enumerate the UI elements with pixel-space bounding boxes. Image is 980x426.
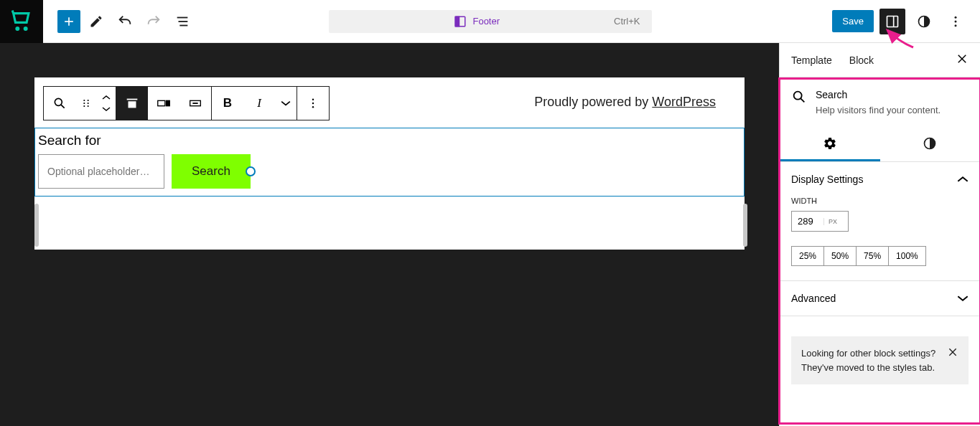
main-area: B I Proudly powered by WordPress Search bbox=[0, 43, 980, 426]
shortcut-hint: Ctrl+K bbox=[614, 16, 640, 27]
document-bar[interactable]: Footer Ctrl+K bbox=[329, 10, 652, 33]
svg-point-27 bbox=[312, 99, 314, 100]
search-row: Search bbox=[37, 151, 742, 189]
svg-point-12 bbox=[955, 24, 957, 27]
block-title: Search bbox=[816, 89, 941, 100]
svg-point-32 bbox=[794, 92, 802, 100]
search-label-input[interactable] bbox=[37, 130, 742, 151]
svg-point-17 bbox=[83, 105, 85, 107]
chevron-up-icon bbox=[957, 174, 969, 185]
styles-notice: Looking for other block settings? They'v… bbox=[791, 336, 969, 384]
topbar-left bbox=[43, 9, 195, 34]
svg-rect-22 bbox=[129, 102, 135, 107]
annotation-arrow bbox=[885, 27, 920, 49]
svg-point-19 bbox=[88, 103, 89, 104]
block-options-button[interactable] bbox=[297, 87, 329, 120]
resize-handle[interactable] bbox=[246, 166, 256, 176]
block-description: Help visitors find your content. bbox=[816, 105, 941, 115]
search-icon bbox=[791, 89, 807, 105]
preset-50[interactable]: 50% bbox=[824, 247, 857, 265]
width-label: Width bbox=[791, 197, 969, 205]
search-submit-button[interactable]: Search bbox=[172, 154, 251, 189]
editor-canvas-wrap: B I Proudly powered by WordPress Search bbox=[0, 43, 779, 426]
display-settings-panel: Display Settings Width PX 25% 50% 75% 10… bbox=[780, 162, 980, 281]
block-toolbar: B I bbox=[43, 86, 330, 120]
width-unit[interactable]: PX bbox=[823, 218, 841, 225]
width-input[interactable] bbox=[792, 212, 823, 231]
svg-point-18 bbox=[88, 100, 89, 101]
button-position[interactable] bbox=[148, 87, 179, 120]
search-block[interactable]: Search bbox=[34, 128, 745, 197]
svg-point-20 bbox=[88, 105, 89, 107]
contrast-icon bbox=[923, 136, 937, 151]
panel-toggle[interactable]: Advanced bbox=[780, 281, 980, 316]
settings-sidebar: Template Block Search Help visitors find… bbox=[779, 43, 980, 426]
svg-point-0 bbox=[17, 27, 19, 29]
powered-by-text: Proudly powered by WordPress bbox=[534, 95, 716, 110]
styles-subtab[interactable] bbox=[880, 127, 981, 161]
button-label-toggle[interactable] bbox=[179, 87, 211, 120]
align-button[interactable] bbox=[116, 87, 148, 120]
svg-rect-6 bbox=[456, 16, 459, 27]
chevron-down-icon bbox=[957, 293, 969, 304]
svg-rect-23 bbox=[158, 100, 165, 105]
svg-point-16 bbox=[83, 103, 85, 104]
advanced-panel: Advanced bbox=[780, 281, 980, 316]
subtabs bbox=[780, 127, 980, 162]
search-placeholder-input[interactable] bbox=[38, 154, 164, 189]
preset-100[interactable]: 100% bbox=[889, 247, 925, 265]
undo-button[interactable] bbox=[112, 9, 138, 34]
dismiss-notice-button[interactable] bbox=[947, 346, 958, 362]
block-info: Search Help visitors find your content. bbox=[780, 77, 980, 127]
svg-rect-24 bbox=[167, 100, 170, 105]
preset-75[interactable]: 75% bbox=[857, 247, 889, 265]
width-input-wrap: PX bbox=[791, 211, 849, 232]
topbar: Footer Ctrl+K Save bbox=[0, 0, 980, 43]
italic-button[interactable]: I bbox=[243, 87, 275, 120]
template-part-icon bbox=[454, 15, 467, 28]
search-block-icon[interactable] bbox=[44, 87, 75, 120]
sidebar-tabs: Template Block bbox=[780, 43, 980, 77]
panel-toggle[interactable]: Display Settings bbox=[780, 162, 980, 197]
template-label: Footer bbox=[454, 15, 500, 28]
width-presets: 25% 50% 75% 100% bbox=[791, 246, 926, 266]
tab-block[interactable]: Block bbox=[849, 44, 874, 76]
save-button[interactable]: Save bbox=[832, 10, 874, 32]
scrollbar[interactable] bbox=[743, 204, 747, 247]
gear-icon bbox=[823, 136, 837, 151]
svg-line-33 bbox=[801, 98, 804, 102]
svg-point-1 bbox=[24, 27, 27, 29]
preset-25[interactable]: 25% bbox=[792, 247, 824, 265]
add-block-button[interactable] bbox=[57, 10, 80, 33]
site-logo[interactable] bbox=[0, 0, 43, 43]
svg-line-14 bbox=[61, 105, 65, 108]
options-button[interactable] bbox=[943, 9, 969, 34]
scrollbar[interactable] bbox=[34, 204, 39, 247]
svg-point-13 bbox=[55, 98, 62, 105]
bold-button[interactable]: B bbox=[212, 87, 243, 120]
more-text-options[interactable] bbox=[275, 87, 297, 120]
svg-point-15 bbox=[83, 100, 85, 101]
svg-point-28 bbox=[312, 103, 314, 104]
tab-template[interactable]: Template bbox=[791, 44, 832, 76]
editor-canvas[interactable]: B I Proudly powered by WordPress Search bbox=[34, 77, 745, 250]
move-buttons[interactable] bbox=[97, 87, 116, 120]
settings-subtab[interactable] bbox=[780, 127, 880, 161]
edit-icon[interactable] bbox=[83, 9, 109, 34]
svg-point-29 bbox=[312, 106, 314, 108]
close-sidebar-button[interactable] bbox=[956, 52, 969, 68]
list-view-button[interactable] bbox=[169, 9, 195, 34]
wordpress-link[interactable]: WordPress bbox=[652, 95, 716, 109]
svg-point-10 bbox=[955, 16, 957, 18]
svg-rect-7 bbox=[887, 16, 898, 27]
svg-point-11 bbox=[955, 20, 957, 22]
drag-handle[interactable] bbox=[75, 87, 97, 120]
redo-button[interactable] bbox=[141, 9, 167, 34]
